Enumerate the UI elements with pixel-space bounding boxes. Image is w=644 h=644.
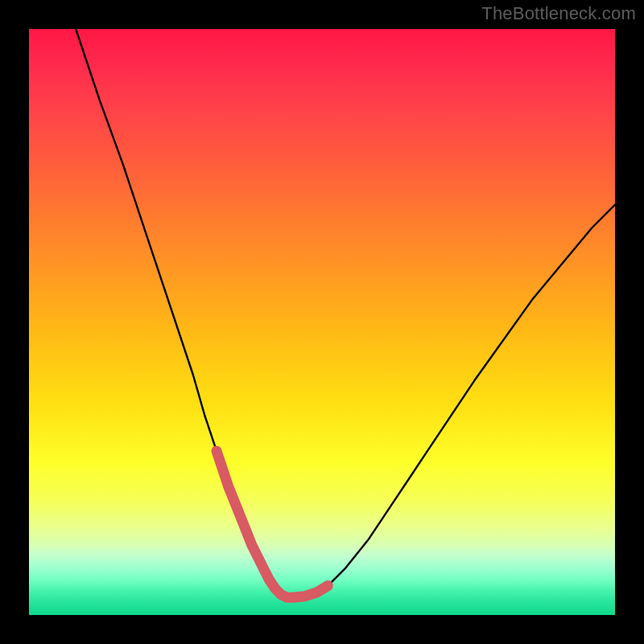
curve-svg (29, 29, 615, 615)
highlight-segment (217, 451, 328, 597)
plot-area (29, 29, 615, 615)
stage: TheBottleneck.com (0, 0, 644, 644)
watermark-text: TheBottleneck.com (481, 3, 636, 24)
main-curve (76, 29, 615, 597)
